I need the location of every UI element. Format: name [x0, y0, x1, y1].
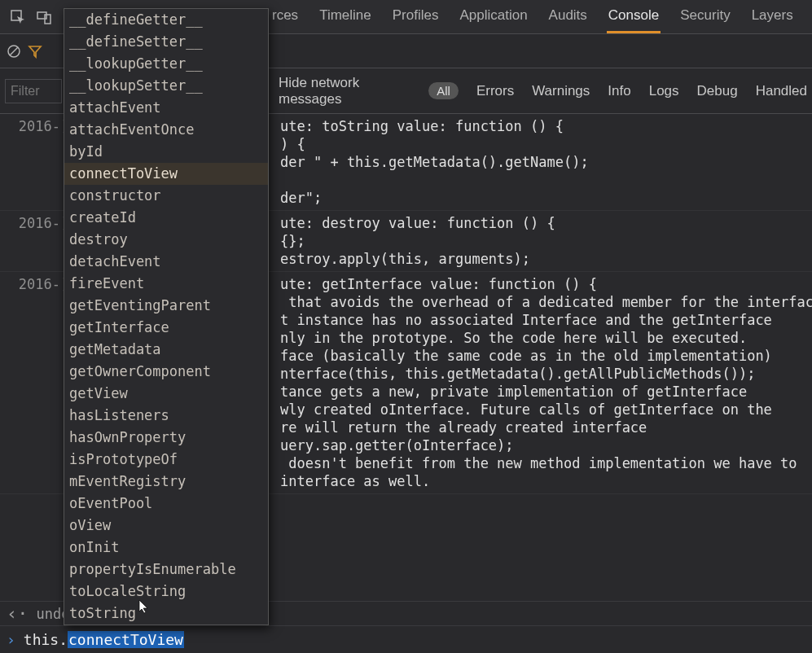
filter-input[interactable]: [5, 79, 62, 103]
autocomplete-item[interactable]: oEventPool: [64, 493, 268, 515]
autocomplete-item[interactable]: getEventingParent: [64, 295, 268, 317]
clear-console-icon[interactable]: [7, 44, 21, 59]
autocomplete-item[interactable]: __lookupSetter__: [64, 75, 268, 97]
tab-console[interactable]: Console: [607, 0, 661, 33]
tab-timeline[interactable]: Timeline: [318, 0, 373, 33]
filter-debug[interactable]: Debug: [697, 83, 738, 99]
autocomplete-item[interactable]: __defineGetter__: [64, 9, 268, 31]
mouse-cursor-icon: [138, 599, 150, 614]
log-code: ute: toString value: function () { ) { d…: [280, 117, 589, 207]
autocomplete-item[interactable]: destroy: [64, 229, 268, 251]
tab-security[interactable]: Security: [678, 0, 731, 33]
prompt-prefix: this.: [24, 631, 68, 648]
filter-icon[interactable]: [28, 44, 42, 59]
tab-profiles[interactable]: Profiles: [391, 0, 441, 33]
autocomplete-item[interactable]: getView: [64, 383, 268, 405]
autocomplete-item[interactable]: detachEvent: [64, 251, 268, 273]
autocomplete-item[interactable]: constructor: [64, 185, 268, 207]
tab-sources[interactable]: rces: [270, 0, 300, 33]
autocomplete-item[interactable]: getOwnerComponent: [64, 361, 268, 383]
prompt-chevron-icon: ›: [7, 631, 15, 648]
autocomplete-item[interactable]: hasOwnProperty: [64, 427, 268, 449]
devtools-tabs: rces Timeline Profiles Application Audit…: [270, 0, 795, 33]
autocomplete-item[interactable]: attachEventOnce: [64, 119, 268, 141]
autocomplete-item[interactable]: __lookupGetter__: [64, 53, 268, 75]
filter-info[interactable]: Info: [608, 83, 630, 99]
autocomplete-item[interactable]: toLocaleString: [64, 581, 268, 603]
hide-network-label[interactable]: Hide network messages: [279, 75, 410, 107]
filter-warnings[interactable]: Warnings: [532, 83, 590, 99]
autocomplete-popup[interactable]: __defineGetter____defineSetter____lookup…: [64, 8, 269, 625]
tab-application[interactable]: Application: [458, 0, 529, 33]
inspect-element-icon[interactable]: [7, 6, 29, 28]
back-icon[interactable]: ‹·: [7, 603, 29, 624]
autocomplete-item[interactable]: byId: [64, 141, 268, 163]
filter-handled[interactable]: Handled: [756, 83, 807, 99]
autocomplete-item[interactable]: getMetadata: [64, 339, 268, 361]
tab-audits[interactable]: Audits: [547, 0, 589, 33]
tab-layers[interactable]: Layers: [750, 0, 795, 33]
log-code: ute: destroy value: function () { {}; es…: [280, 214, 555, 268]
timestamp: 2016-: [5, 275, 62, 490]
filter-logs[interactable]: Logs: [649, 83, 679, 99]
autocomplete-item[interactable]: connectToView: [64, 163, 268, 185]
autocomplete-item[interactable]: createId: [64, 207, 268, 229]
autocomplete-item[interactable]: attachEvent: [64, 97, 268, 119]
prompt-completion: connectToView: [68, 631, 184, 648]
device-toolbar-icon[interactable]: [33, 6, 55, 28]
timestamp: 2016-: [5, 214, 62, 268]
svg-line-4: [10, 47, 18, 55]
autocomplete-item[interactable]: oView: [64, 515, 268, 537]
autocomplete-item[interactable]: __defineSetter__: [64, 31, 268, 53]
log-code: ute: getInterface value: function () { t…: [280, 275, 812, 490]
filter-errors[interactable]: Errors: [476, 83, 514, 99]
autocomplete-item[interactable]: isPrototypeOf: [64, 449, 268, 471]
autocomplete-item[interactable]: getInterface: [64, 317, 268, 339]
console-prompt[interactable]: › this.connectToView: [0, 625, 812, 653]
autocomplete-item[interactable]: propertyIsEnumerable: [64, 559, 268, 581]
timestamp: 2016-: [5, 117, 62, 207]
autocomplete-item[interactable]: fireEvent: [64, 273, 268, 295]
autocomplete-item[interactable]: mEventRegistry: [64, 471, 268, 493]
autocomplete-item[interactable]: onInit: [64, 537, 268, 559]
autocomplete-item[interactable]: toString: [64, 603, 268, 625]
filter-all-pill[interactable]: All: [428, 82, 459, 99]
autocomplete-item[interactable]: hasListeners: [64, 405, 268, 427]
